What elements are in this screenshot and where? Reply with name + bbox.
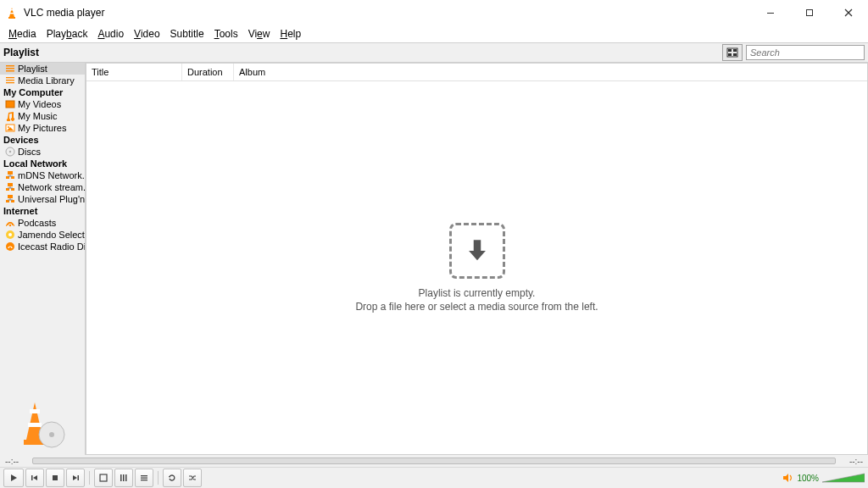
empty-playlist-drop-area[interactable]: Playlist is currently empty. Drop a file…	[86, 81, 867, 454]
net-icon	[5, 194, 15, 204]
maximize-button[interactable]	[790, 0, 829, 25]
sidebar-item-label: Jamendo Selecti...	[18, 230, 85, 240]
sidebar-item-label: My Videos	[18, 99, 61, 109]
volume-slider[interactable]	[822, 472, 865, 484]
sidebar-item-my-music[interactable]: My Music	[0, 110, 85, 122]
sidebar-category: Internet	[0, 205, 85, 217]
svg-rect-5	[807, 10, 813, 16]
svg-point-22	[8, 126, 9, 128]
svg-rect-62	[125, 474, 127, 481]
remaining-time: --:--	[841, 457, 863, 466]
sidebar-item-podcasts[interactable]: Podcasts	[0, 217, 85, 229]
sidebar-item-label: My Music	[18, 111, 57, 121]
volume-percent: 100%	[797, 474, 819, 483]
column-album[interactable]: Album	[234, 64, 867, 80]
menu-audio[interactable]: Audio	[92, 26, 129, 42]
shuffle-button[interactable]	[183, 469, 202, 487]
svg-marker-57	[73, 475, 77, 480]
sidebar-category: Local Network	[0, 158, 85, 169]
column-title[interactable]: Title	[86, 64, 182, 80]
svg-rect-10	[733, 49, 737, 52]
controls-bar: 100%	[0, 467, 868, 488]
previous-button[interactable]	[25, 469, 44, 487]
minimize-button[interactable]	[751, 0, 790, 25]
list-header: Title Duration Album	[86, 64, 867, 81]
svg-rect-51	[473, 240, 481, 251]
titlebar: VLC media player	[0, 0, 868, 25]
picture-icon	[5, 123, 15, 133]
svg-rect-2	[10, 9, 14, 10]
menu-help[interactable]: Help	[275, 26, 306, 42]
menu-media[interactable]: Media	[3, 26, 42, 42]
sidebar-item-label: Icecast Radio Di...	[18, 241, 85, 252]
view-mode-button[interactable]	[722, 44, 743, 61]
menu-subtitle[interactable]: Subtitle	[165, 26, 209, 42]
svg-rect-48	[28, 423, 42, 427]
svg-rect-47	[30, 409, 40, 413]
sidebar-item-my-videos[interactable]: My Videos	[0, 98, 85, 110]
elapsed-time: --:--	[5, 457, 27, 466]
svg-rect-63	[141, 475, 147, 476]
svg-rect-59	[100, 474, 107, 481]
svg-rect-12	[733, 53, 737, 56]
svg-marker-66	[169, 476, 170, 478]
section-header: Playlist	[0, 47, 85, 58]
sidebar-item-label: Podcasts	[18, 218, 56, 228]
svg-marker-0	[9, 8, 14, 17]
play-button[interactable]	[3, 469, 24, 487]
drop-arrow-icon	[449, 223, 505, 279]
svg-marker-52	[469, 251, 486, 260]
sidebar-item-playlist[interactable]: Playlist	[0, 63, 85, 75]
sidebar-item-network-stream[interactable]: Network stream...	[0, 181, 85, 193]
empty-line-1: Playlist is currently empty.	[419, 287, 536, 299]
search-input[interactable]	[746, 45, 865, 60]
svg-rect-3	[10, 13, 14, 14]
svg-rect-14	[6, 68, 14, 69]
sidebar-item-media-library[interactable]: Media Library	[0, 75, 85, 86]
sidebar-item-discs[interactable]: Discs	[0, 146, 85, 158]
svg-rect-65	[141, 480, 147, 480]
svg-point-50	[49, 432, 54, 437]
loop-button[interactable]	[163, 469, 181, 487]
svg-rect-36	[8, 195, 13, 198]
video-icon	[5, 99, 15, 109]
svg-rect-16	[6, 77, 14, 78]
svg-rect-60	[120, 474, 122, 481]
playlist-toggle-button[interactable]	[135, 469, 153, 487]
menu-playback[interactable]: Playback	[42, 26, 93, 42]
close-button[interactable]	[829, 0, 868, 25]
jamendo-icon	[5, 230, 15, 240]
svg-marker-55	[33, 475, 37, 480]
column-duration[interactable]: Duration	[182, 64, 234, 80]
stop-button[interactable]	[46, 469, 64, 487]
playlist-icon	[5, 64, 15, 74]
svg-rect-61	[123, 474, 125, 481]
svg-point-43	[8, 233, 12, 236]
cover-art-placeholder	[0, 394, 85, 455]
sidebar-item-jamendo-selecti[interactable]: Jamendo Selecti...	[0, 229, 85, 241]
next-button[interactable]	[66, 469, 85, 487]
svg-rect-56	[53, 475, 58, 480]
svg-rect-58	[78, 475, 80, 480]
sidebar-item-my-pictures[interactable]: My Pictures	[0, 122, 85, 134]
sidebar-item-label: Universal Plug'n...	[18, 194, 85, 204]
sidebar-item-mdns-network[interactable]: mDNS Network...	[0, 169, 85, 181]
empty-line-2: Drop a file here or select a media sourc…	[355, 301, 598, 313]
sidebar-item-icecast-radio-di[interactable]: Icecast Radio Di...	[0, 241, 85, 252]
svg-rect-1	[8, 17, 15, 19]
menu-tools[interactable]: Tools	[209, 26, 243, 42]
icecast-icon	[5, 241, 15, 252]
seek-slider[interactable]	[32, 458, 836, 464]
menu-view[interactable]: View	[243, 26, 275, 42]
extended-settings-button[interactable]	[114, 469, 133, 487]
fullscreen-button[interactable]	[94, 469, 113, 487]
music-icon	[5, 111, 15, 121]
seek-bar-row: --:-- --:--	[0, 455, 868, 467]
podcast-icon	[5, 218, 15, 228]
svg-marker-53	[11, 474, 17, 481]
disc-icon	[5, 147, 15, 157]
svg-rect-17	[6, 80, 14, 80]
sidebar-item-universal-plug-n[interactable]: Universal Plug'n...	[0, 193, 85, 205]
menu-video[interactable]: Video	[129, 26, 164, 42]
mute-button[interactable]	[782, 472, 793, 484]
